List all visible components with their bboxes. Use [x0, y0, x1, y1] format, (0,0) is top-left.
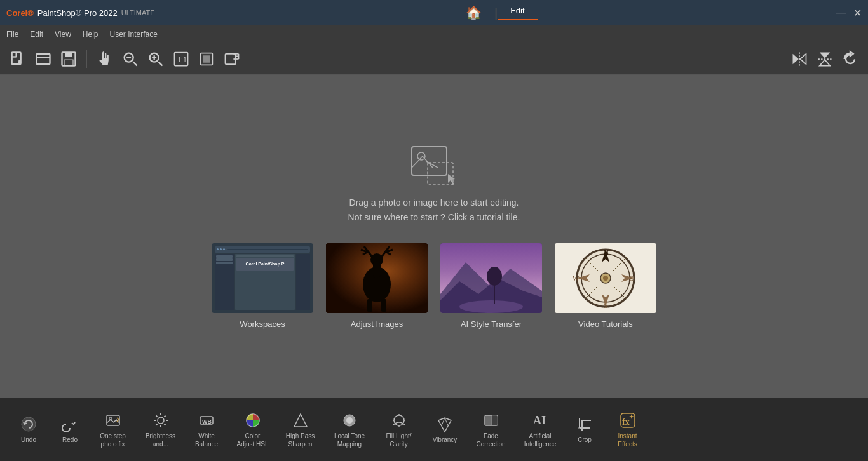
highpass-icon: [292, 411, 309, 429]
svg-text:N: N: [604, 248, 609, 256]
toolbar: 1:1: [0, 43, 868, 75]
zoom-custom-button[interactable]: [220, 48, 243, 70]
drop-text-line2: Not sure where to start ? Click a tutori…: [348, 210, 520, 224]
instant-effects-label: Instant Effects: [618, 432, 637, 448]
drop-text-line1: Drag a photo or image here to start edit…: [348, 196, 520, 210]
zoom-in-button[interactable]: [144, 48, 167, 70]
svg-point-50: [603, 276, 608, 281]
brightness-button[interactable]: Brightness and...: [137, 401, 184, 458]
crop-button[interactable]: Crop: [566, 401, 604, 458]
svg-point-71: [346, 417, 353, 424]
local-tone-button[interactable]: Local Tone Mapping: [324, 401, 375, 458]
fade-correction-button[interactable]: Fade Correction: [467, 401, 515, 458]
drop-image-icon: [409, 144, 459, 188]
save-button[interactable]: [57, 48, 80, 70]
pan-tool-button[interactable]: [93, 48, 116, 70]
redo-icon: [61, 415, 79, 433]
svg-point-55: [22, 417, 36, 431]
menu-file[interactable]: File: [6, 30, 18, 39]
svg-line-63: [156, 415, 157, 417]
svg-rect-8: [65, 52, 72, 57]
drop-text: Drag a photo or image here to start edit…: [348, 196, 520, 224]
undo-icon: [20, 415, 37, 433]
svg-line-66: [156, 424, 157, 425]
ai-style-thumbnail: [440, 243, 542, 313]
svg-line-65: [164, 415, 165, 417]
tile-workspaces[interactable]: Corel PaintShop P Workspaces: [212, 243, 313, 329]
vibrancy-icon: [436, 415, 454, 433]
svg-rect-37: [381, 299, 386, 312]
tile-video-label: Video Tutorials: [578, 319, 633, 329]
close-button[interactable]: ✕: [853, 7, 862, 19]
minimize-button[interactable]: —: [836, 7, 846, 19]
fade-label: Fade Correction: [476, 432, 505, 448]
fx-icon: fx: [619, 411, 637, 429]
localtone-icon: [341, 411, 358, 429]
svg-rect-28: [412, 147, 447, 175]
instant-effects-button[interactable]: fx Instant Effects: [604, 401, 651, 458]
zoom-actual-button[interactable]: 1:1: [170, 48, 193, 70]
ai-intelligence-button[interactable]: AI Artificial Intelligence: [515, 401, 566, 458]
menu-view[interactable]: View: [55, 30, 71, 39]
svg-text:E: E: [629, 274, 634, 282]
svg-point-29: [417, 152, 425, 160]
open-button[interactable]: [32, 48, 55, 70]
flip-v-button[interactable]: [813, 48, 836, 70]
svg-rect-20: [203, 55, 210, 63]
svg-rect-78: [485, 415, 491, 425]
svg-rect-5: [37, 53, 50, 63]
tile-ai-label: AI Style Transfer: [461, 319, 522, 329]
filllight-label: Fill Light/ Clarity: [386, 432, 411, 448]
redo-label: Redo: [62, 436, 78, 444]
new-file-button[interactable]: [6, 48, 29, 70]
hsl-label: Color Adjust HSL: [236, 432, 268, 448]
vibrancy-label: Vibrancy: [433, 436, 458, 444]
menu-edit[interactable]: Edit: [30, 30, 43, 39]
vibrancy-button[interactable]: Vibrancy: [423, 401, 467, 458]
crop-label: Crop: [578, 436, 592, 444]
undo-button[interactable]: Undo: [6, 401, 51, 458]
svg-text:AI: AI: [533, 414, 546, 427]
one-step-button[interactable]: One step photo fix: [89, 401, 137, 458]
menu-user-interface[interactable]: User Interface: [110, 30, 158, 39]
home-nav-button[interactable]: 🏠: [453, 5, 494, 20]
svg-point-35: [373, 261, 381, 267]
flip-h-button[interactable]: [788, 48, 811, 70]
title-bar: Corel® PaintShop® Pro 2022 ULTIMATE 🏠 | …: [0, 0, 868, 25]
main-content: Drag a photo or image here to start edit…: [0, 75, 868, 398]
svg-text:S: S: [604, 302, 607, 309]
tile-adjust-label: Adjust Images: [351, 319, 403, 329]
bottom-toolbar: Undo Redo One step photo fix: [0, 398, 868, 461]
tile-ai-style[interactable]: AI Style Transfer: [440, 243, 542, 329]
menu-help[interactable]: Help: [83, 30, 98, 39]
fade-icon: [482, 411, 500, 429]
center-navigation: 🏠 | Edit: [453, 5, 538, 20]
color-hsl-button[interactable]: Color Adjust HSL: [229, 401, 276, 458]
svg-text:WB: WB: [202, 418, 212, 425]
drop-area[interactable]: Drag a photo or image here to start edit…: [348, 144, 520, 224]
rotate-button[interactable]: [839, 48, 862, 70]
svg-rect-79: [491, 415, 498, 425]
wb-icon: WB: [198, 411, 215, 429]
edition-label: ULTIMATE: [121, 9, 155, 17]
tile-adjust[interactable]: Adjust Images: [326, 243, 428, 329]
toolbar-right: [788, 48, 862, 70]
menu-bar: File Edit View Help User Interface: [0, 25, 868, 43]
fit-button[interactable]: [195, 48, 218, 70]
tile-video[interactable]: N S E W Video Tutorials: [555, 243, 656, 329]
undo-label: Undo: [21, 436, 36, 444]
svg-point-41: [487, 267, 502, 286]
app-name: PaintShop® Pro 2022: [37, 8, 118, 18]
edit-nav-button[interactable]: Edit: [498, 6, 537, 20]
high-pass-button[interactable]: High Pass Sharpen: [276, 401, 324, 458]
video-tutorial-thumbnail: N S E W: [555, 243, 656, 313]
ai-label: Artificial Intelligence: [524, 432, 557, 448]
fill-light-button[interactable]: Fill Light/ Clarity: [375, 401, 423, 458]
svg-text:W: W: [573, 274, 580, 282]
redo-button[interactable]: Redo: [51, 401, 89, 458]
zoom-out-button[interactable]: [119, 48, 142, 70]
hsl-icon: [244, 411, 262, 429]
white-balance-button[interactable]: WB White Balance: [184, 401, 229, 458]
highpass-label: High Pass Sharpen: [286, 432, 315, 448]
svg-line-16: [159, 62, 163, 65]
